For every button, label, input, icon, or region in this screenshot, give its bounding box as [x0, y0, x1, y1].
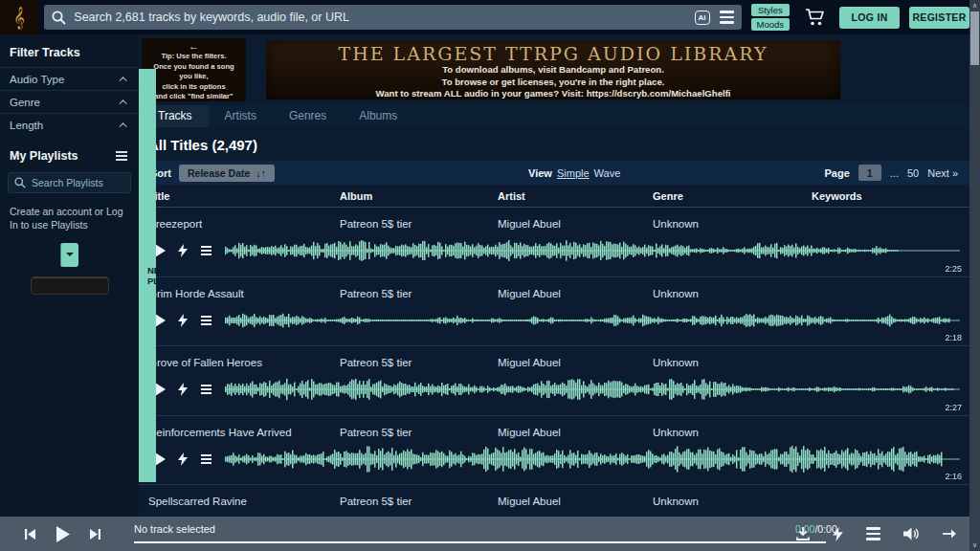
lightning-icon [833, 527, 843, 541]
scroll-down-icon[interactable]: ∨ [969, 540, 980, 550]
search-icon [52, 11, 66, 25]
next-icon [90, 529, 100, 540]
view-simple-link[interactable]: Simple [557, 167, 590, 179]
column-genre: Genre [653, 190, 812, 202]
track-keywords [812, 288, 960, 299]
my-playlists-header: My Playlists [0, 136, 139, 168]
tip-line: and click "find similar" [142, 92, 246, 102]
tab-genres[interactable]: Genres [273, 105, 343, 127]
search-menu-icon[interactable] [720, 11, 734, 24]
new-playlist-dropdown[interactable] [60, 243, 78, 267]
moods-button[interactable]: Moods [751, 18, 791, 31]
tip-line: Once you found a song [142, 62, 246, 73]
my-playlists-title: My Playlists [10, 149, 78, 163]
styles-button[interactable]: Styles [751, 4, 791, 16]
scrollbar[interactable]: ∧ ∨ [969, 0, 980, 551]
track-genre: Unknown [653, 496, 812, 507]
page-input[interactable] [858, 165, 881, 181]
chevron-up-icon [119, 122, 126, 130]
track-title: Grim Horde Assault [148, 288, 340, 299]
next-track-button[interactable] [90, 529, 100, 540]
scroll-up-icon[interactable]: ∧ [969, 1, 980, 11]
tip-line: Tip: Use the filters. [142, 52, 246, 62]
track-options-icon[interactable] [194, 316, 217, 325]
lightning-icon [178, 244, 188, 257]
sort-button[interactable]: Release Date ↓↑ [179, 165, 275, 182]
filter-audio-type-label: Audio Type [10, 74, 64, 85]
filter-audio-type[interactable]: Audio Type [0, 67, 139, 90]
lightning-button[interactable] [171, 244, 194, 257]
track-keywords [812, 357, 960, 368]
track-artist: Miguel Abuel [498, 496, 653, 507]
waveform[interactable] [225, 375, 960, 404]
track-artist: Miguel Abuel [498, 218, 653, 230]
track-options-icon[interactable] [194, 246, 217, 255]
seek-bar[interactable] [134, 541, 826, 543]
back-arrow-icon: ← [142, 40, 246, 52]
playlists-menu-icon[interactable] [116, 151, 127, 161]
track-options-icon[interactable] [194, 454, 217, 464]
table-header: Title Album Artist Genre Keywords [139, 185, 969, 208]
app: 𝄞 AI Styles Moods LOG IN REGISTER Filter… [0, 0, 980, 551]
track-duration: 2:25 [945, 264, 962, 274]
track-artist: Miguel Abuel [498, 288, 653, 299]
page-title: All Titles (2,497) [139, 127, 969, 161]
waveform[interactable] [225, 306, 960, 335]
scrollbar-thumb[interactable] [970, 11, 979, 65]
table-row: Reinforcements Have Arrived Patreon 5$ t… [139, 416, 969, 486]
table-row: Breezeport Patreon 5$ tier Miguel Abuel … [139, 208, 969, 277]
track-album: Patreon 5$ tier [340, 496, 498, 507]
patreon-button[interactable] [31, 276, 109, 295]
filter-genre-label: Genre [10, 97, 40, 108]
tab-artists[interactable]: Artists [209, 105, 273, 127]
last-page-link[interactable]: 50 [907, 167, 919, 179]
login-button[interactable]: LOG IN [839, 7, 900, 29]
next-page-link[interactable]: Next » [927, 167, 958, 179]
player-bar: No track selected 0:00/0:00 [0, 517, 969, 551]
waveform[interactable] [225, 445, 960, 474]
track-genre: Unknown [653, 427, 812, 438]
track-options-icon[interactable] [194, 385, 217, 394]
lightning-button[interactable] [171, 314, 194, 327]
skip-forward-button[interactable] [943, 528, 956, 540]
cart-button[interactable] [805, 8, 826, 27]
sort-value: Release Date [188, 167, 250, 179]
tab-albums[interactable]: Albums [343, 105, 413, 127]
tip-line: click in its options [142, 82, 246, 93]
logo[interactable]: 𝄞 [0, 0, 38, 34]
ai-search-icon[interactable]: AI [695, 11, 710, 25]
filter-tracks-title: Filter Tracks [0, 40, 139, 67]
player-actions [796, 517, 956, 551]
table-row: Grove of Fallen Heroes Patreon 5$ tier M… [139, 346, 969, 416]
library-banner: THE LARGEST TTRPG AUDIO LIBRARY To downl… [266, 40, 840, 99]
volume-button[interactable] [903, 527, 920, 540]
banner-row: ← Tip: Use the filters. Once you found a… [139, 34, 969, 105]
filter-genre[interactable]: Genre [0, 90, 139, 113]
register-button[interactable]: REGISTER [909, 7, 969, 29]
banner-line: To browse or get licenses, you're in the… [266, 77, 840, 89]
track-list: Breezeport Patreon 5$ tier Miguel Abuel … [139, 208, 969, 517]
track-title: Spellscarred Ravine [148, 496, 340, 507]
queue-button[interactable] [866, 527, 880, 540]
arrow-right-icon [943, 528, 956, 540]
tip-box: ← Tip: Use the filters. Once you found a… [142, 38, 246, 101]
track-artist: Miguel Abuel [498, 427, 653, 438]
search-input[interactable] [74, 11, 694, 24]
sort-bar: Sort Release Date ↓↑ View Simple Wave Pa… [139, 161, 969, 185]
download-button[interactable] [796, 527, 810, 540]
lightning-icon [178, 383, 188, 396]
filter-length[interactable]: Length [0, 113, 139, 136]
lightning-button[interactable] [171, 383, 194, 396]
previous-track-button[interactable] [25, 529, 35, 540]
play-button[interactable] [56, 526, 70, 542]
banner-title: THE LARGEST TTRPG AUDIO LIBRARY [266, 43, 840, 64]
playlist-search-input[interactable] [32, 177, 124, 188]
waveform[interactable] [225, 236, 960, 265]
lightning-button[interactable] [833, 527, 843, 541]
track-album: Patreon 5$ tier [340, 427, 498, 438]
player-status: No track selected [134, 523, 215, 535]
lightning-button[interactable] [171, 452, 194, 466]
chevron-up-icon [119, 99, 126, 107]
column-keywords: Keywords [812, 190, 960, 202]
track-duration: 2:18 [945, 333, 962, 342]
